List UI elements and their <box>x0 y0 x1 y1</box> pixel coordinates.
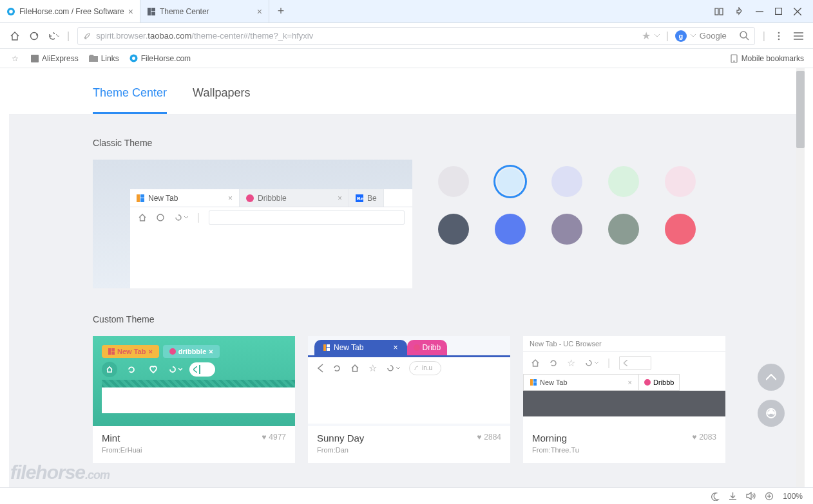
color-swatch-5[interactable] <box>665 166 696 197</box>
thumb-tab: Dribbb <box>639 374 680 391</box>
color-swatch-10[interactable] <box>665 214 696 245</box>
color-swatch-7[interactable] <box>495 214 526 245</box>
theme-name: Mint <box>102 433 286 443</box>
chevron-down-icon[interactable] <box>655 34 660 37</box>
theme-card-morning[interactable]: New Tab - UC Browser ☆ | New Tab× Dribbb <box>523 336 725 463</box>
svg-rect-28 <box>140 198 144 202</box>
window-minimize-button[interactable] <box>756 8 763 15</box>
color-swatch-3[interactable] <box>551 166 582 197</box>
theme-name: Morning <box>532 433 716 443</box>
color-swatch-2-selected[interactable] <box>495 166 526 197</box>
thumb-tab: New Tab× <box>102 345 159 358</box>
search-engine-icon[interactable]: g <box>675 30 687 42</box>
thumb-urlbar <box>189 362 215 377</box>
theme-card-sunny-day[interactable]: New Tab× Dribb ☆ in.u ♥2884 Su <box>308 336 510 463</box>
svg-line-14 <box>746 37 749 40</box>
tab-close-icon[interactable]: × <box>257 6 262 17</box>
preview-tab-behance: Be Be <box>349 189 384 207</box>
tab-close-icon[interactable]: × <box>128 6 133 17</box>
chevron-down-icon[interactable] <box>691 34 696 37</box>
svg-rect-42 <box>533 379 537 382</box>
home-icon <box>350 364 359 373</box>
zoom-level: 100% <box>783 492 803 501</box>
tab-label: Theme Center <box>160 7 209 16</box>
star-icon: ☆ <box>567 357 575 369</box>
svg-point-17 <box>778 38 780 40</box>
scrollbar-thumb[interactable] <box>796 71 805 148</box>
titlebar: FileHorse.com / Free Software × Theme Ce… <box>0 0 813 23</box>
window-maximize-button[interactable] <box>775 8 782 15</box>
volume-icon[interactable] <box>746 492 756 500</box>
rocket-icon <box>83 32 92 41</box>
thumb-urlbar: in.u <box>409 361 441 375</box>
svg-point-40 <box>414 344 420 351</box>
home-icon <box>531 359 540 368</box>
theme-card-mint[interactable]: New Tab× dribbble× ♥4977 Mint <box>93 336 295 463</box>
thumb-tab: dribbble× <box>163 345 220 358</box>
night-mode-icon[interactable] <box>711 492 720 501</box>
svg-rect-35 <box>111 351 115 355</box>
support-button[interactable] <box>758 400 785 427</box>
theme-likes: ♥2884 <box>477 433 501 442</box>
svg-point-16 <box>778 35 780 37</box>
svg-rect-5 <box>715 8 718 15</box>
color-swatch-6[interactable] <box>438 214 469 245</box>
color-swatch-8[interactable] <box>551 214 582 245</box>
hamburger-menu-button[interactable] <box>792 30 804 42</box>
svg-rect-33 <box>108 348 111 355</box>
home-button[interactable] <box>9 30 21 42</box>
download-icon[interactable] <box>729 492 737 500</box>
zoom-icon[interactable] <box>765 492 774 501</box>
theme-author: From:ErHuai <box>102 446 286 454</box>
undo-icon <box>386 364 400 373</box>
color-swatch-9[interactable] <box>608 214 639 245</box>
home-icon <box>138 213 147 222</box>
scroll-to-top-button[interactable] <box>758 364 785 391</box>
color-swatch-4[interactable] <box>608 166 639 197</box>
classic-theme-heading: Classic Theme <box>93 138 725 148</box>
reload-icon <box>332 364 341 373</box>
theme-likes: ♥2083 <box>692 433 716 442</box>
theme-thumbnail: New Tab× Dribb ☆ in.u <box>308 336 510 426</box>
undo-icon <box>584 359 598 368</box>
page-content: Theme Center Wallpapers Classic Theme Ne… <box>9 68 796 487</box>
browser-tab-2[interactable]: Theme Center × <box>140 0 269 23</box>
bookmark-links[interactable]: Links <box>89 54 119 63</box>
new-tab-button[interactable]: + <box>269 0 292 23</box>
svg-rect-37 <box>323 344 326 351</box>
reload-button[interactable] <box>28 30 40 42</box>
scrollbar[interactable] <box>796 68 805 487</box>
watermark: filehorse.com <box>10 462 110 483</box>
svg-rect-46 <box>768 412 770 414</box>
tab-theme-center[interactable]: Theme Center <box>93 86 167 114</box>
browser-tab-1[interactable]: FileHorse.com / Free Software × <box>0 0 140 23</box>
tab-wallpapers[interactable]: Wallpapers <box>193 86 250 114</box>
bookmark-star-icon[interactable]: ★ <box>642 30 651 42</box>
back-icon <box>317 364 323 373</box>
theme-name: Sunny Day <box>317 433 501 443</box>
window-close-button[interactable] <box>794 8 801 15</box>
bookmark-filehorse[interactable]: FileHorse.com <box>129 54 191 63</box>
custom-theme-heading: Custom Theme <box>93 314 725 324</box>
search-icon[interactable] <box>740 31 749 41</box>
color-swatch-1[interactable] <box>438 166 469 197</box>
address-bar[interactable]: spirit.browser.taobao.com/theme-center#/… <box>77 27 755 45</box>
svg-point-36 <box>169 348 176 355</box>
back-button[interactable] <box>48 30 59 42</box>
bookmark-aliexpress[interactable]: AliExpress <box>31 54 79 63</box>
svg-rect-39 <box>327 348 330 351</box>
search-placeholder: Google <box>700 31 736 41</box>
star-icon[interactable]: ☆ <box>9 53 21 64</box>
svg-point-32 <box>157 214 164 221</box>
mobile-bookmarks-button[interactable]: Mobile bookmarks <box>731 54 804 63</box>
svg-rect-47 <box>773 412 775 414</box>
panel-toggle-icon[interactable] <box>714 7 723 16</box>
kebab-menu-button[interactable] <box>773 30 785 42</box>
star-icon: ☆ <box>368 362 377 374</box>
svg-point-13 <box>740 32 747 38</box>
reload-icon <box>124 362 139 377</box>
svg-rect-4 <box>151 12 155 15</box>
extension-icon[interactable] <box>735 7 744 16</box>
svg-rect-41 <box>530 379 533 386</box>
filehorse-icon <box>6 7 15 16</box>
